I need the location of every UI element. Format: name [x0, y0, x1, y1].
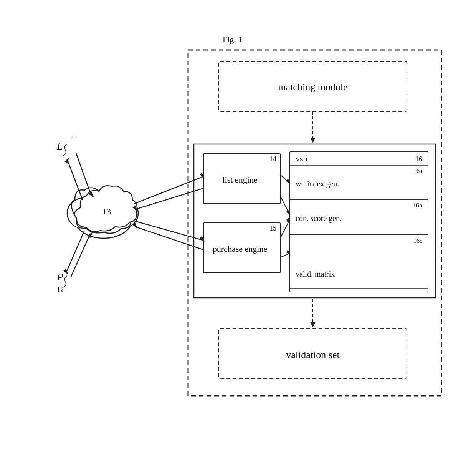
- diagram: Fig. 1 matching module 14 list engine 15…: [0, 0, 476, 458]
- n16a-label: 16a: [413, 168, 422, 174]
- svg-line-15: [280, 221, 289, 238]
- n16c-label: 16c: [413, 237, 422, 244]
- fig-label: Fig. 1: [223, 35, 242, 44]
- svg-line-41: [135, 227, 203, 250]
- n16b-label: 16b: [413, 202, 422, 209]
- vsp-label: vsp: [296, 154, 307, 163]
- svg-marker-44: [310, 322, 316, 327]
- matching-module-label: matching module: [278, 81, 347, 93]
- n12-label: 12: [57, 286, 64, 294]
- wt-index-gen-label: wt. index gen.: [296, 179, 339, 188]
- list-engine-label: list engine: [222, 175, 257, 184]
- svg-marker-3: [310, 138, 316, 143]
- validation-set-label: validation set: [286, 349, 340, 360]
- node13-label: 13: [102, 207, 111, 216]
- list-engine-num: 14: [269, 155, 276, 163]
- P-label: P: [56, 271, 63, 283]
- svg-rect-10: [290, 234, 428, 288]
- purchase-engine-label: purchase engine: [213, 244, 267, 254]
- svg-line-17: [280, 254, 289, 257]
- svg-marker-40: [200, 236, 205, 242]
- n11-label: 11: [71, 135, 78, 143]
- purchase-engine-num: 15: [269, 224, 276, 232]
- svg-line-35: [134, 177, 203, 204]
- con-score-gen-label: con. score gen.: [296, 214, 342, 223]
- cloud-node: 13: [74, 186, 137, 231]
- L-label: L: [56, 140, 63, 152]
- valid-matrix-label: valid. matrix: [296, 270, 335, 278]
- n16-label: 16: [415, 155, 422, 163]
- svg-line-39: [134, 221, 203, 240]
